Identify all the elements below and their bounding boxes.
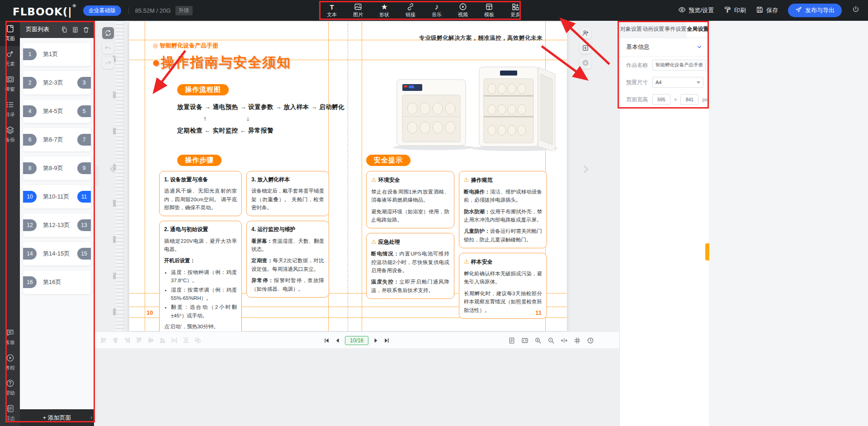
safety-card-operation[interactable]: ⚠操作规范 断电操作：清洁、维护或移动设备前，必须拔掉电源插头。 防水防潮：仅用… xyxy=(459,171,547,248)
chevron-down-icon[interactable] xyxy=(696,44,703,50)
tool-template[interactable]: 模板 xyxy=(479,3,499,18)
align-left-icon[interactable] xyxy=(100,337,107,344)
page-row-10-11-selected[interactable]: 10 第10-11页 11 xyxy=(23,185,91,208)
side-tab-handle[interactable] xyxy=(705,243,709,260)
prev-page-button[interactable] xyxy=(334,337,340,344)
sidebar-item-popup[interactable]: 弹窗 xyxy=(0,71,20,97)
page-title[interactable]: ●操作指南与安全须知 xyxy=(152,53,291,72)
safety-card-environment[interactable]: ⚠环境安全 禁止在设备周围1米内放置酒精、消毒液等易燃易爆物品。 避免潮湿环境（… xyxy=(366,171,454,228)
tool-music[interactable]: ♪ 音乐 xyxy=(427,3,447,18)
align-bottom-icon[interactable] xyxy=(159,337,166,344)
save-button[interactable]: 保存 xyxy=(756,6,778,15)
tool-shape[interactable]: ★ 形状 xyxy=(374,3,394,18)
sidebar-item-help[interactable]: 帮助 xyxy=(0,375,20,401)
safety-card-sample[interactable]: ⚠样本安全 孵化前确认样本无破损或污染，避免引入病原体。 长期孵化时，建议每3天… xyxy=(459,253,547,319)
sidebar-item-pages[interactable]: 页面 xyxy=(0,21,20,46)
flow-line-2[interactable]: 定期检查 ← 实时监控 ← 异常报警 xyxy=(177,127,274,135)
power-exit-icon[interactable] xyxy=(852,5,860,15)
sidebar-item-elements[interactable]: 元素 xyxy=(0,46,20,71)
delete-page-icon[interactable] xyxy=(83,26,90,33)
collapse-page-list-handle[interactable] xyxy=(94,166,99,186)
prev-spread-chevron[interactable]: ‹ xyxy=(108,159,116,177)
page-header-left[interactable]: ◎ 智能孵化设备产品手册 xyxy=(153,42,218,50)
tab-animation-settings[interactable]: 动画设置 xyxy=(642,21,664,38)
play-preview-button[interactable] xyxy=(580,57,591,69)
flow-line-1[interactable]: 放置设备 → 通电预热 → 设置参数 → 放入样本 → 启动孵化 xyxy=(177,103,344,111)
step-card-2[interactable]: 2. 通电与初始设置 插稳定220V电源，避开大功率电器。 开机后设置： 温度：… xyxy=(159,221,242,335)
print-button[interactable]: 印刷 xyxy=(724,6,746,15)
basic-info-section[interactable]: 基本信息 xyxy=(620,38,709,57)
step-card-3[interactable]: 3. 放入孵化样本 设备稳定后，戴手套将蛋平铺蛋架（勿重叠）。 关舱门，检查密封… xyxy=(246,171,329,216)
safety-badge[interactable]: 安全提示 xyxy=(366,155,410,166)
next-spread-chevron[interactable]: › xyxy=(582,159,590,177)
auto-fit-button[interactable] xyxy=(102,27,114,39)
align-middle-v-icon[interactable] xyxy=(147,337,154,344)
align-top-icon[interactable] xyxy=(136,337,142,344)
next-page-button[interactable] xyxy=(373,337,379,344)
incubator-product-image[interactable] xyxy=(391,59,561,151)
preset-size-select[interactable]: A4 xyxy=(652,77,703,88)
canvas-right-tools xyxy=(580,27,591,69)
tool-video[interactable]: 视频 xyxy=(453,3,473,18)
upgrade-button[interactable]: 升级 xyxy=(175,6,193,15)
page-row-2-3[interactable]: 2 第2-3页 3 xyxy=(23,71,91,95)
zoom-out-icon[interactable] xyxy=(547,337,555,344)
flow-badge[interactable]: 操作流程图 xyxy=(177,84,229,95)
tab-object-settings[interactable]: 对象设置 xyxy=(620,21,642,38)
first-page-button[interactable] xyxy=(323,337,330,344)
tab-event-settings[interactable]: 事件设置 xyxy=(665,21,687,38)
page-row-12-13[interactable]: 12 第12-13页 13 xyxy=(23,213,91,237)
grid-icon[interactable] xyxy=(574,337,581,344)
tool-text[interactable]: T 文本 xyxy=(322,3,342,18)
page-row-6-7[interactable]: 6 第6-7页 7 xyxy=(23,128,91,151)
sidebar-item-tutorial[interactable]: 教程 xyxy=(0,350,20,375)
history-icon[interactable] xyxy=(587,337,594,344)
preview-settings-button[interactable]: 预览/设置 xyxy=(678,6,714,15)
sidebar-item-log[interactable]: 日志 xyxy=(0,401,20,426)
page-row-16[interactable]: 16 第16页 xyxy=(23,270,91,294)
page-spread[interactable]: ◎ 智能孵化设备产品手册 ●操作指南与安全须知 操作流程图 放置设备 → 通电预… xyxy=(129,22,567,331)
align-right-icon[interactable] xyxy=(124,337,131,344)
flbook-logo[interactable]: FLBOOK(|® xyxy=(13,4,77,18)
page-height-input[interactable] xyxy=(680,94,698,105)
plan-badge[interactable]: 企业基础版 xyxy=(83,5,121,16)
last-page-button[interactable] xyxy=(384,337,390,344)
actual-size-icon[interactable] xyxy=(521,337,528,344)
work-name-input[interactable] xyxy=(652,60,706,71)
copy-page-icon[interactable] xyxy=(61,26,68,33)
page-width-input[interactable] xyxy=(652,94,670,105)
page-header-right[interactable]: 专业级孵化解决方案，精准温控，高效孵化未来 xyxy=(419,34,542,42)
add-page-button[interactable]: + 添加页面 › xyxy=(20,409,94,426)
settings-tabs: 对象设置 动画设置 事件设置 全局设置 xyxy=(620,21,709,38)
tab-global-settings[interactable]: 全局设置 xyxy=(687,21,709,38)
redo-button[interactable] xyxy=(102,57,114,69)
distribute-v-icon[interactable] xyxy=(183,337,189,344)
step-card-4[interactable]: 4. 运行监控与维护 看屏幕：查温湿度、天数、翻蛋状态。 定期查：每天2次记数据… xyxy=(246,221,329,298)
tool-link[interactable]: 链接 xyxy=(401,3,420,18)
step-card-1[interactable]: 1. 设备放置与准备 选通风干燥、无阳光直射的室内，四周留20cm空间。 调平底… xyxy=(159,171,242,216)
distribute-h-icon[interactable] xyxy=(171,337,178,344)
paste-page-icon[interactable] xyxy=(72,26,79,33)
publish-export-button[interactable]: 发布与导出 xyxy=(788,4,842,17)
sidebar-item-support[interactable]: 客服 xyxy=(0,325,20,350)
page-indicator[interactable]: 10/16 xyxy=(345,336,368,345)
align-center-h-icon[interactable] xyxy=(112,337,119,344)
steps-badge[interactable]: 操作步骤 xyxy=(177,155,222,166)
page-row-8-9[interactable]: 8 第8-9页 9 xyxy=(23,156,91,180)
add-collaborator-button[interactable] xyxy=(580,27,591,39)
page-row-14-15[interactable]: 14 第14-15页 15 xyxy=(23,242,91,265)
page-row-1[interactable]: 1 第1页 xyxy=(23,43,91,66)
equal-size-icon[interactable] xyxy=(194,337,201,344)
add-widget-button[interactable] xyxy=(580,42,591,54)
single-page-view-icon[interactable] xyxy=(508,337,515,344)
zoom-in-icon[interactable] xyxy=(534,337,542,344)
undo-button[interactable] xyxy=(102,42,114,54)
sidebar-item-toc[interactable]: 目录 xyxy=(0,97,20,122)
tool-image[interactable]: 图片 xyxy=(348,3,368,18)
text-icon: T xyxy=(330,3,334,11)
sidebar-item-backup[interactable]: 备份 xyxy=(0,122,20,147)
tool-more[interactable]: 更多 xyxy=(505,3,525,18)
fit-width-icon[interactable] xyxy=(561,337,568,344)
safety-card-emergency[interactable]: ⚠应急处理 断电情况：内置UPS电池可维持控温功能2小时，尽快恢复供电或启用备用… xyxy=(366,233,454,299)
page-row-4-5[interactable]: 4 第4-5页 5 xyxy=(23,99,91,123)
